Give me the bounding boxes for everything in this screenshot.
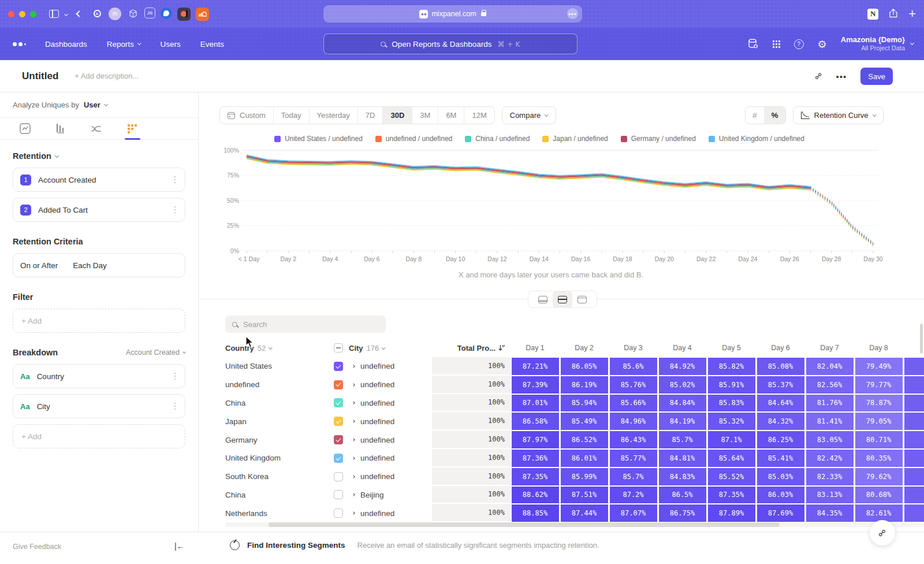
- date-range-yesterday[interactable]: Yesterday: [310, 107, 358, 124]
- retention-value-cell[interactable]: 79.77%: [854, 376, 903, 394]
- retention-value-cell[interactable]: 85.82%: [707, 357, 756, 376]
- chevron-down-icon[interactable]: [65, 13, 68, 16]
- expand-row-icon[interactable]: [352, 383, 355, 387]
- help-icon[interactable]: ?: [794, 39, 804, 49]
- retention-value-cell[interactable]: 87.39%: [511, 376, 560, 394]
- add-breakdown-button[interactable]: + Add: [13, 424, 185, 448]
- share-icon[interactable]: [889, 9, 898, 19]
- day-column-header[interactable]: Day 3: [609, 344, 658, 352]
- minimize-window-button[interactable]: [19, 11, 25, 17]
- retention-value-cell[interactable]: 78.87%: [854, 394, 903, 413]
- expand-row-icon[interactable]: [352, 511, 355, 515]
- day-column-header[interactable]: Day 1: [511, 344, 560, 352]
- date-range-12m[interactable]: 12M: [464, 107, 494, 124]
- row-checkbox[interactable]: [334, 472, 343, 481]
- retention-value-cell[interactable]: 79.49%: [854, 357, 903, 376]
- analyze-uniques-row[interactable]: Analyze Uniques by User: [0, 92, 198, 118]
- date-range-3m[interactable]: 3M: [412, 107, 438, 124]
- mixpanel-logo[interactable]: [13, 42, 32, 46]
- tab-funnels[interactable]: [55, 118, 66, 139]
- retention-value-cell[interactable]: 81.41%: [805, 412, 854, 431]
- breakdown-country[interactable]: AaCountry: [13, 364, 185, 388]
- expand-row-icon[interactable]: [352, 475, 355, 478]
- find-segments-title[interactable]: Find Interesting Segments: [247, 541, 345, 550]
- criteria-card[interactable]: On or After Each Day: [13, 253, 185, 277]
- day-column-header[interactable]: Day 7: [805, 344, 854, 352]
- retention-value-cell[interactable]: 85.76%: [609, 376, 658, 394]
- table-search[interactable]: [225, 316, 386, 333]
- retention-value-cell[interactable]: 85.94%: [560, 394, 609, 413]
- save-button[interactable]: Save: [860, 68, 893, 85]
- retention-value-cell[interactable]: 85.6%: [609, 357, 658, 376]
- row-checkbox[interactable]: [334, 454, 343, 463]
- retention-value-cell[interactable]: 85.41%: [756, 449, 805, 467]
- retention-value-cell[interactable]: 87.36%: [511, 449, 560, 467]
- retention-value-cell[interactable]: 83.13%: [805, 486, 854, 504]
- retention-value-cell[interactable]: 86.5%: [658, 486, 707, 504]
- percent-value-toggle[interactable]: %: [765, 107, 785, 124]
- kebab-menu-icon[interactable]: [172, 400, 178, 413]
- avatar-m-extension-icon[interactable]: m: [109, 8, 121, 20]
- retention-value-cell[interactable]: 82.04%: [805, 357, 854, 376]
- retention-value-cell[interactable]: 84.19%: [658, 412, 707, 431]
- package-extension-icon[interactable]: [126, 8, 139, 20]
- date-range-today[interactable]: Today: [274, 107, 310, 124]
- retention-value-cell[interactable]: 82.42%: [805, 449, 854, 467]
- retention-value-cell[interactable]: 85.7%: [609, 467, 658, 486]
- apps-grid-icon[interactable]: [773, 43, 780, 45]
- row-checkbox[interactable]: [334, 362, 343, 371]
- settings-gear-icon[interactable]: ⚙: [818, 38, 827, 50]
- row-checkbox[interactable]: [334, 435, 343, 444]
- legend-item[interactable]: United States / undefined: [274, 135, 363, 143]
- retention-value-cell[interactable]: 84.35%: [805, 504, 854, 522]
- retention-value-cell[interactable]: 86.58%: [511, 412, 560, 431]
- retention-value-cell[interactable]: 80.71%: [854, 431, 903, 449]
- retention-value-cell[interactable]: 86.25%: [756, 431, 805, 449]
- retention-value-cell[interactable]: 86.03%: [756, 486, 805, 504]
- day-column-header[interactable]: Day 4: [658, 344, 707, 352]
- retention-value-cell[interactable]: 82.56%: [805, 376, 854, 394]
- retention-value-cell[interactable]: 86.01%: [560, 449, 609, 467]
- retention-value-cell[interactable]: 87.01%: [511, 394, 560, 413]
- row-checkbox[interactable]: [334, 490, 343, 499]
- js-extension-icon[interactable]: JS: [144, 8, 155, 18]
- city-column-header[interactable]: City176: [334, 343, 432, 352]
- retention-value-cell[interactable]: 82.61%: [854, 504, 903, 522]
- legend-item[interactable]: undefined / undefined: [375, 135, 452, 143]
- retention-value-cell[interactable]: 80.68%: [854, 486, 903, 504]
- retention-value-cell[interactable]: 84.81%: [658, 449, 707, 467]
- layout-table-icon[interactable]: [572, 291, 592, 308]
- date-range-30d[interactable]: 30D: [383, 107, 412, 124]
- close-window-button[interactable]: [8, 11, 14, 17]
- retention-value-cell[interactable]: 83.05%: [805, 431, 854, 449]
- new-tab-icon[interactable]: +: [908, 6, 916, 21]
- retention-value-cell[interactable]: 86.05%: [560, 357, 609, 376]
- retention-value-cell[interactable]: 85.77%: [609, 449, 658, 467]
- retention-value-cell[interactable]: 87.89%: [707, 504, 756, 522]
- kebab-menu-icon[interactable]: [172, 370, 178, 383]
- url-more-icon[interactable]: •••: [567, 8, 578, 19]
- horizontal-scrollbar[interactable]: [225, 522, 924, 527]
- date-range-custom[interactable]: Custom: [220, 107, 274, 124]
- add-filter-button[interactable]: + Add: [13, 309, 185, 333]
- retention-value-cell[interactable]: 87.44%: [560, 504, 609, 522]
- retention-value-cell[interactable]: 79.05%: [854, 412, 903, 431]
- browser-sidebar-icon[interactable]: [49, 10, 59, 18]
- select-all-checkbox[interactable]: [334, 343, 343, 352]
- tab-retention[interactable]: [127, 118, 138, 139]
- retention-value-cell[interactable]: 87.97%: [511, 431, 560, 449]
- analyze-value[interactable]: User: [84, 101, 100, 109]
- absolute-value-toggle[interactable]: #: [746, 107, 765, 124]
- total-column-header[interactable]: Total Pro...: [432, 344, 511, 352]
- breakdown-scope-select[interactable]: Account Created: [126, 348, 185, 357]
- retention-value-cell[interactable]: 85.08%: [756, 357, 805, 376]
- retention-value-cell[interactable]: 86.75%: [658, 504, 707, 522]
- retention-value-cell[interactable]: 87.69%: [756, 504, 805, 522]
- country-column-header[interactable]: Country52: [225, 344, 334, 352]
- nav-item-users[interactable]: Users: [161, 40, 181, 49]
- expand-row-icon[interactable]: [352, 457, 355, 460]
- layout-chart-icon[interactable]: [533, 291, 553, 308]
- legend-item[interactable]: Japan / undefined: [542, 135, 608, 143]
- copy-link-icon[interactable]: ⚯: [812, 70, 825, 83]
- row-checkbox[interactable]: [334, 398, 343, 407]
